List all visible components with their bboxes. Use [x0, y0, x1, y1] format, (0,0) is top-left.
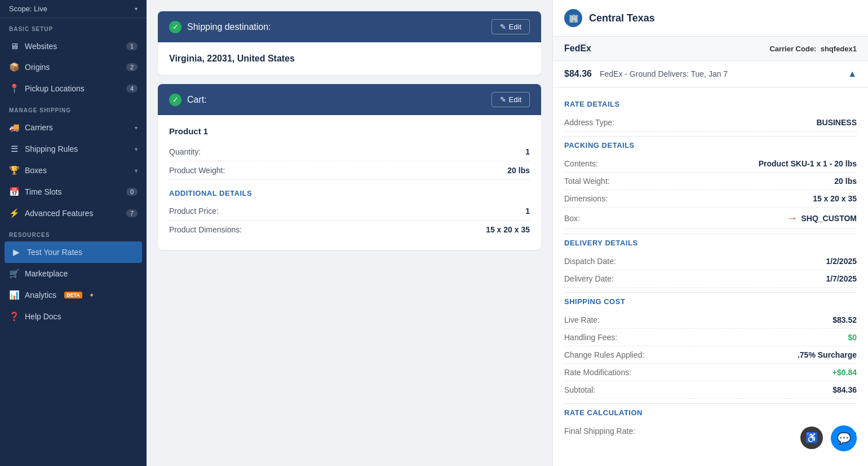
sidebar-item-time-slots[interactable]: 📅 Time Slots 0 — [0, 181, 147, 203]
additional-details-title: ADDITIONAL DETAILS — [169, 189, 530, 197]
live-rate-row: Live Rate: $83.52 — [564, 311, 857, 329]
shipping-destination-title: ✓ Shipping destination: — [169, 21, 271, 33]
sidebar-item-test-rates[interactable]: ▶ Test Your Rates — [5, 241, 142, 263]
rate-description: FedEx - Ground Delivers: Tue, Jan 7 — [600, 69, 840, 78]
carriers-label: Carriers — [25, 123, 53, 132]
scope-label: Scope: Live — [9, 5, 47, 13]
time-slots-label: Time Slots — [25, 187, 62, 196]
delivery-details-title: DELIVERY DETAILS — [564, 239, 857, 247]
delivery-value: 1/7/2025 — [826, 274, 857, 283]
address-type-value: BUSINESS — [816, 118, 857, 127]
live-rate-label: Live Rate: — [564, 315, 600, 324]
pickup-label: Pickup Locations — [25, 84, 85, 93]
handling-fees-value: $0 — [848, 333, 857, 342]
help-docs-icon: ❓ — [9, 311, 19, 322]
chat-widget[interactable]: 💬 — [831, 425, 857, 451]
change-rules-row: Change Rules Applied: .75% Surcharge — [564, 346, 857, 364]
location-icon: 🏢 — [564, 9, 582, 27]
analytics-star-icon: ✦ — [89, 292, 94, 299]
packing-dimensions-value: 15 x 20 x 35 — [813, 194, 857, 203]
price-value: 1 — [525, 206, 530, 216]
handling-fees-row: Handling Fees: $0 — [564, 329, 857, 346]
sidebar-item-pickup-locations[interactable]: 📍 Pickup Locations 4 — [0, 78, 147, 99]
rate-modifications-label: Rate Modifications: — [564, 368, 631, 377]
rate-price: $84.36 — [564, 69, 592, 79]
change-rules-label: Change Rules Applied: — [564, 350, 644, 359]
shipping-destination-header: ✓ Shipping destination: ✎ Edit — [158, 11, 541, 42]
packing-details-title: PACKING DETAILS — [564, 141, 857, 150]
test-rates-label: Test Your Rates — [27, 248, 82, 257]
cart-edit-button[interactable]: ✎ Edit — [491, 92, 530, 107]
carriers-arrow-icon: ▾ — [135, 125, 138, 131]
dimensions-value: 15 x 20 x 35 — [486, 225, 530, 234]
product-name: Product 1 — [169, 126, 530, 136]
rate-chevron-up-icon: ▲ — [848, 69, 857, 79]
boxes-label: Boxes — [25, 166, 47, 175]
sidebar-item-analytics[interactable]: 📊 Analytics BETA ✦ — [0, 284, 147, 306]
scope-selector[interactable]: Scope: Live ▾ — [0, 0, 147, 18]
destination-edit-label: Edit — [509, 23, 521, 31]
right-panel-header: 🏢 Central Texas — [553, 0, 868, 37]
websites-label: Websites — [25, 42, 57, 51]
sidebar-item-boxes[interactable]: 🏆 Boxes ▾ — [0, 160, 147, 181]
address-type-label: Address Type: — [564, 118, 614, 127]
advanced-features-label: Advanced Features — [25, 209, 93, 218]
advanced-features-icon: ⚡ — [9, 208, 19, 218]
analytics-beta-badge: BETA — [64, 292, 82, 298]
details-section: RATE DETAILS Address Type: BUSINESS PACK… — [553, 87, 868, 449]
total-weight-row: Total Weight: 20 lbs — [564, 173, 857, 190]
total-weight-value: 20 lbs — [834, 177, 857, 186]
divider-4 — [564, 403, 857, 404]
dispatch-label: Dispatch Date: — [564, 257, 616, 266]
subtotal-row: Subtotal: $84.36 — [564, 381, 857, 399]
sidebar-item-help-docs[interactable]: ❓ Help Docs — [0, 306, 147, 327]
rate-row[interactable]: $84.36 FedEx - Ground Delivers: Tue, Jan… — [553, 61, 868, 87]
dimensions-row: Product Dimensions: 15 x 20 x 35 — [169, 221, 530, 239]
sidebar-item-carriers[interactable]: 🚚 Carriers ▾ — [0, 117, 147, 138]
delivery-label: Delivery Date: — [564, 274, 614, 283]
analytics-icon: 📊 — [9, 290, 19, 300]
contents-value: Product SKU-1 x 1 - 20 lbs — [759, 159, 857, 168]
price-row: Product Price: 1 — [169, 202, 530, 221]
manage-shipping-label: MANAGE SHIPPING — [0, 99, 147, 117]
subtotal-value: $84.36 — [832, 385, 857, 394]
total-weight-label: Total Weight: — [564, 177, 610, 186]
websites-badge: 1 — [126, 42, 138, 50]
weight-label: Product Weight: — [169, 166, 225, 175]
divider-1 — [564, 136, 857, 137]
sidebar-item-origins[interactable]: 📦 Origins 2 — [0, 56, 147, 78]
box-arrow-indicator: → SHQ_CUSTOM — [786, 212, 857, 225]
change-rules-value: .75% Surcharge — [798, 350, 857, 359]
destination-check-icon: ✓ — [169, 21, 181, 33]
carrier-code: Carrier Code: shqfedex1 — [769, 45, 857, 53]
main-content: ✓ Shipping destination: ✎ Edit Virginia,… — [147, 0, 868, 466]
divider-2 — [564, 234, 857, 234]
boxes-arrow-icon: ▾ — [135, 168, 138, 174]
handling-fees-label: Handling Fees: — [564, 333, 617, 342]
websites-icon: 🖥 — [9, 41, 19, 51]
shipping-rules-arrow-icon: ▾ — [135, 146, 138, 152]
cart-body: Product 1 Quantity: 1 Product Weight: 20… — [158, 115, 541, 250]
box-value-text: SHQ_CUSTOM — [801, 214, 857, 223]
sidebar-item-websites[interactable]: 🖥 Websites 1 — [0, 36, 147, 56]
marketplace-icon: 🛒 — [9, 269, 19, 279]
packing-dimensions-row: Dimensions: 15 x 20 x 35 — [564, 190, 857, 208]
sidebar-item-advanced-features[interactable]: ⚡ Advanced Features 7 — [0, 203, 147, 224]
destination-edit-pencil-icon: ✎ — [500, 23, 506, 31]
destination-value: Virginia, 22031, United States — [169, 54, 530, 64]
box-label: Box: — [564, 214, 580, 223]
shipping-destination-card: ✓ Shipping destination: ✎ Edit Virginia,… — [158, 11, 541, 75]
accessibility-widget[interactable]: ♿ — [800, 427, 823, 449]
sidebar-item-shipping-rules[interactable]: ☰ Shipping Rules ▾ — [0, 138, 147, 160]
location-title: Central Texas — [589, 12, 655, 24]
contents-row: Contents: Product SKU-1 x 1 - 20 lbs — [564, 155, 857, 173]
sidebar-item-marketplace[interactable]: 🛒 Marketplace — [0, 263, 147, 284]
pickup-badge: 4 — [126, 85, 138, 93]
live-rate-value: $83.52 — [832, 315, 857, 324]
dispatch-value: 1/2/2025 — [826, 257, 857, 266]
sidebar: Scope: Live ▾ BASIC SETUP 🖥 Websites 1 📦… — [0, 0, 147, 466]
cart-edit-pencil-icon: ✎ — [500, 95, 506, 104]
destination-edit-button[interactable]: ✎ Edit — [491, 19, 530, 34]
cart-check-icon: ✓ — [169, 94, 181, 106]
cart-card: ✓ Cart: ✎ Edit Product 1 Quantity: 1 Pro… — [158, 84, 541, 250]
